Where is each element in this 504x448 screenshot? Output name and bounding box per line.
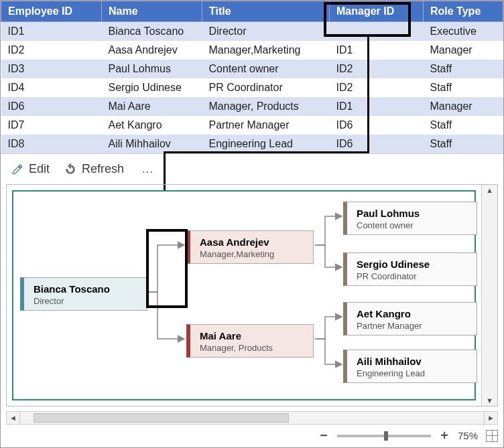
scroll-right-icon[interactable]: ► (484, 412, 497, 424)
edit-button[interactable]: Edit (11, 162, 50, 176)
org-node-manager[interactable]: Aasa Andrejev Manager,Marketing (186, 230, 314, 264)
org-node-root[interactable]: Bianca Toscano Director (20, 277, 147, 311)
table-row[interactable]: ID2Aasa AndrejevManager,MarketingID1Mana… (1, 41, 503, 60)
zoom-out-button[interactable]: − (318, 428, 329, 443)
annotation-highlight-diagram (146, 229, 188, 308)
pencil-icon (11, 163, 23, 175)
annotation-highlight-header (324, 2, 411, 37)
table-row[interactable]: ID3Paul LohmusContent ownerID2Staff (1, 60, 503, 78)
scroll-thumb[interactable] (34, 413, 289, 423)
more-button[interactable]: … (139, 162, 155, 176)
zoom-slider[interactable] (337, 435, 431, 437)
zoom-value: 75% (458, 430, 478, 441)
org-node-leaf[interactable]: Aet Kangro Partner Manager (343, 302, 477, 335)
scroll-up-icon[interactable]: ▲ (482, 186, 497, 194)
node-title: PR Coordinator (357, 270, 468, 281)
table-row[interactable]: ID7Aet KangroPartner ManagerID6Staff (1, 116, 503, 135)
table-row[interactable]: ID6Mai AareManager, ProductsID1Manager (1, 97, 503, 116)
horizontal-scrollbar[interactable]: ◄ ► (6, 411, 498, 425)
node-name: Aasa Andrejev (200, 236, 305, 248)
scroll-track[interactable] (20, 412, 484, 424)
annotation-arrow-hline (164, 151, 369, 153)
refresh-button[interactable]: Refresh (64, 162, 124, 176)
node-name: Aet Kangro (357, 308, 468, 319)
refresh-label: Refresh (82, 162, 124, 176)
fit-to-window-button[interactable] (486, 430, 498, 442)
vertical-scrollbar[interactable]: ▲ ▼ (481, 185, 497, 406)
col-employee-id[interactable]: Employee ID (1, 1, 102, 22)
zoom-in-button[interactable]: + (439, 428, 450, 443)
diagram-toolbar: Edit Refresh … (1, 153, 503, 184)
org-chart-pane[interactable]: Bianca Toscano Director Aasa Andrejev Ma… (6, 184, 498, 406)
scroll-left-icon[interactable]: ◄ (7, 412, 20, 424)
node-name: Sergio Udinese (357, 258, 468, 270)
node-title: Director (34, 295, 139, 306)
employee-table[interactable]: Employee ID Name Title Manager ID Role T… (1, 1, 503, 153)
node-name: Mai Aare (200, 330, 305, 342)
annotation-arrow-vline (367, 35, 369, 151)
node-name: Bianca Toscano (34, 283, 139, 295)
org-node-leaf[interactable]: Aili Mihhailov Engineering Lead (343, 350, 477, 383)
node-name: Aili Mihhailov (357, 356, 468, 367)
org-node-leaf[interactable]: Sergio Udinese PR Coordinator (343, 252, 477, 286)
zoom-control: − + 75% (318, 428, 498, 443)
zoom-slider-knob[interactable] (384, 431, 388, 441)
scroll-down-icon[interactable]: ▼ (482, 396, 497, 404)
node-title: Manager, Products (200, 342, 305, 353)
col-name[interactable]: Name (102, 1, 202, 22)
col-role-type[interactable]: Role Type (424, 1, 503, 22)
node-title: Partner Manager (357, 319, 468, 331)
node-name: Paul Lohmus (357, 208, 468, 219)
org-node-manager[interactable]: Mai Aare Manager, Products (186, 324, 314, 358)
refresh-icon (64, 163, 76, 175)
node-title: Engineering Lead (357, 367, 468, 378)
col-title[interactable]: Title (202, 1, 330, 22)
node-title: Content owner (357, 219, 468, 230)
table-row[interactable]: ID1Bianca ToscanoDirectorExecutive (1, 22, 503, 42)
table-row[interactable]: ID8Aili MihhailovEngineering LeadID6Staf… (1, 135, 503, 153)
node-title: Manager,Marketing (200, 248, 305, 259)
edit-label: Edit (29, 162, 50, 176)
org-node-leaf[interactable]: Paul Lohmus Content owner (343, 202, 477, 235)
org-chart-canvas[interactable]: Bianca Toscano Director Aasa Andrejev Ma… (12, 190, 476, 400)
table-row[interactable]: ID4Sergio UdinesePR CoordinatorID2Staff (1, 78, 503, 97)
